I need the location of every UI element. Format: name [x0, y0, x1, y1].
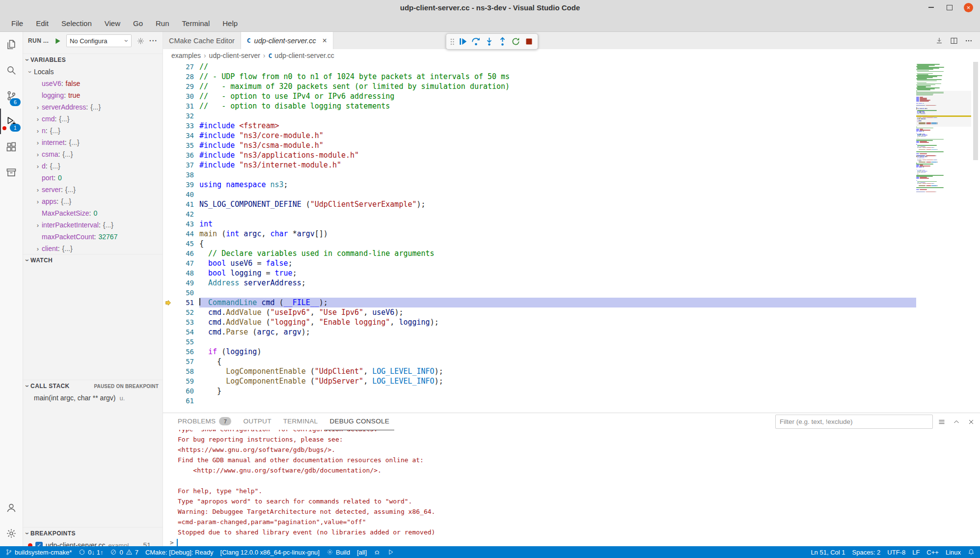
code-line-29[interactable]: 29// - maximum of 320 packets sent (or l…: [163, 82, 980, 91]
menu-view[interactable]: View: [98, 17, 127, 29]
activity-explorer[interactable]: [0, 32, 23, 57]
menu-go[interactable]: Go: [127, 17, 149, 29]
breakpoints-header[interactable]: › BREAKPOINTS: [23, 527, 163, 539]
tab-cmake-cache-editor[interactable]: CMake Cache Editor: [163, 32, 241, 49]
maximize-button[interactable]: [945, 3, 954, 12]
chevron-right-icon[interactable]: ›: [34, 115, 42, 123]
variable-client[interactable]: ›client:{...}: [23, 243, 163, 254]
variable-port[interactable]: port:0: [23, 172, 163, 184]
cmake-status-item[interactable]: CMake: [Debug]: Ready: [142, 546, 217, 558]
code-line-28[interactable]: 28// - UDP flow from n0 to n1 of 1024 by…: [163, 72, 980, 82]
activity-settings[interactable]: [0, 521, 23, 546]
menu-edit[interactable]: Edit: [29, 17, 55, 29]
code-line-35[interactable]: 35#include "ns3/csma-module.h": [163, 140, 980, 150]
code-line-38[interactable]: 38: [163, 170, 980, 180]
variable-server[interactable]: ›server:{...}: [23, 184, 163, 195]
problems-item[interactable]: 0 7: [107, 546, 141, 558]
tab-terminal[interactable]: TERMINAL: [278, 413, 323, 430]
menu-run[interactable]: Run: [149, 17, 176, 29]
menu-selection[interactable]: Selection: [55, 17, 98, 29]
variable-apps[interactable]: ›apps:{...}: [23, 195, 163, 207]
debug-more-actions[interactable]: ···: [149, 37, 158, 45]
variable-d[interactable]: ›d:{...}: [23, 160, 163, 172]
cmake-launch-item[interactable]: [384, 546, 398, 558]
menu-terminal[interactable]: Terminal: [176, 17, 217, 29]
code-line-31[interactable]: 31// - option to disable logging stateme…: [163, 101, 980, 111]
code-line-48[interactable]: 48 bool logging = true;: [163, 268, 980, 278]
chevron-right-icon[interactable]: ›: [34, 222, 42, 229]
cursor-position-item[interactable]: Ln 51, Col 1: [807, 549, 848, 556]
variables-header[interactable]: › VARIABLES: [23, 54, 163, 66]
code-line-27[interactable]: 27//: [163, 62, 980, 72]
minimap[interactable]: [916, 62, 971, 413]
debug-console-input[interactable]: >: [170, 537, 980, 546]
chevron-right-icon[interactable]: ›: [34, 104, 42, 111]
close-button[interactable]: ×: [964, 3, 973, 12]
os-item[interactable]: Linux: [942, 549, 964, 556]
debug-gear-icon[interactable]: [135, 35, 146, 46]
debug-config-dropdown[interactable]: No Configura ›: [66, 34, 132, 47]
code-line-58[interactable]: 58 LogComponentEnable ("UdpClient", LOG_…: [163, 366, 980, 376]
code-line-40[interactable]: 40: [163, 190, 980, 199]
restart-button[interactable]: [510, 35, 522, 48]
chevron-right-icon[interactable]: ›: [34, 245, 42, 252]
variable-internet[interactable]: ›internet:{...}: [23, 137, 163, 148]
variable-interPacketInterval[interactable]: ›interPacketInterval:{...}: [23, 219, 163, 231]
arrow-down-icon[interactable]: [933, 34, 946, 47]
step-out-button[interactable]: [496, 35, 509, 48]
code-line-46[interactable]: 46 // Declare variables used in command-…: [163, 249, 980, 258]
activity-account[interactable]: [0, 495, 23, 521]
toolbar-drag-handle[interactable]: [449, 35, 456, 48]
code-line-43[interactable]: 43int: [163, 219, 980, 229]
cmake-build-target-item[interactable]: [all]: [354, 546, 370, 558]
stack-frame-main[interactable]: main(int argc, char ** argv) u.: [23, 392, 163, 404]
code-line-30[interactable]: 30// - option to use IPv4 or IPv6 addres…: [163, 91, 980, 101]
chevron-right-icon[interactable]: ›: [34, 151, 42, 158]
tab-udp-client-server[interactable]: C udp-client-server.cc ×: [241, 32, 333, 49]
code-line-53[interactable]: 53 cmd.AddValue ("logging", "Enable logg…: [163, 317, 980, 327]
variable-MaxPacketSize[interactable]: MaxPacketSize:0: [23, 207, 163, 219]
code-line-37[interactable]: 37#include "ns3/internet-module.h": [163, 160, 980, 170]
code-line-57[interactable]: 57 {: [163, 357, 980, 366]
cmake-kit-item[interactable]: [Clang 12.0.0 x86_64-pc-linux-gnu]: [217, 546, 323, 558]
git-sync-item[interactable]: 0↓ 1↑: [75, 546, 107, 558]
console-filter-input[interactable]: [775, 415, 933, 429]
scope-locals[interactable]: › Locals: [23, 66, 163, 78]
activity-search[interactable]: [0, 57, 23, 83]
code-line-44[interactable]: 44main (int argc, char *argv[]): [163, 229, 980, 239]
variable-cmd[interactable]: ›cmd:{...}: [23, 113, 163, 125]
close-panel-icon[interactable]: [965, 416, 977, 428]
watch-header[interactable]: › WATCH: [23, 254, 163, 266]
code-line-56[interactable]: 56 if (logging): [163, 347, 980, 357]
variable-csma[interactable]: ›csma:{...}: [23, 148, 163, 160]
scrollbar-thumb[interactable]: [973, 62, 978, 160]
debug-console-output[interactable]: Type "show configuration" for configurat…: [163, 430, 980, 546]
chevron-right-icon[interactable]: ›: [34, 186, 42, 194]
notifications-item[interactable]: [964, 549, 978, 556]
close-tab-icon[interactable]: ×: [323, 36, 327, 45]
more-actions-icon[interactable]: [962, 34, 975, 47]
step-over-button[interactable]: [470, 35, 482, 48]
breadcrumb-udp-client-server[interactable]: udp-client-server: [209, 52, 260, 59]
minimize-button[interactable]: [926, 3, 935, 12]
variable-logging[interactable]: logging:true: [23, 89, 163, 101]
encoding-item[interactable]: UTF-8: [884, 549, 909, 556]
language-mode-item[interactable]: C++: [923, 549, 942, 556]
stop-button[interactable]: [523, 35, 535, 48]
git-branch-item[interactable]: buildsystem-cmake*: [2, 546, 75, 558]
code-line-61[interactable]: 61: [163, 396, 980, 406]
tab-output[interactable]: OUTPUT: [238, 413, 276, 430]
chevron-right-icon[interactable]: ›: [34, 198, 42, 205]
tab-debug-console[interactable]: DEBUG CONSOLE: [325, 413, 394, 430]
menu-help[interactable]: Help: [216, 17, 244, 29]
split-editor-icon[interactable]: [948, 34, 960, 47]
eol-item[interactable]: LF: [909, 549, 923, 556]
code-line-34[interactable]: 34#include "ns3/core-module.h": [163, 131, 980, 140]
activity-archive[interactable]: [0, 160, 23, 185]
breakpoint-checkbox[interactable]: ✓: [35, 542, 43, 547]
breakpoint-item[interactable]: ✓ udp-client-server.cc exampl... 51: [23, 539, 163, 546]
chevron-right-icon[interactable]: ›: [34, 127, 42, 135]
code-line-54[interactable]: 54 cmd.Parse (argc, argv);: [163, 327, 980, 337]
console-options-icon[interactable]: [936, 416, 948, 428]
code-line-52[interactable]: 52 cmd.AddValue ("useIpv6", "Use Ipv6", …: [163, 307, 980, 317]
